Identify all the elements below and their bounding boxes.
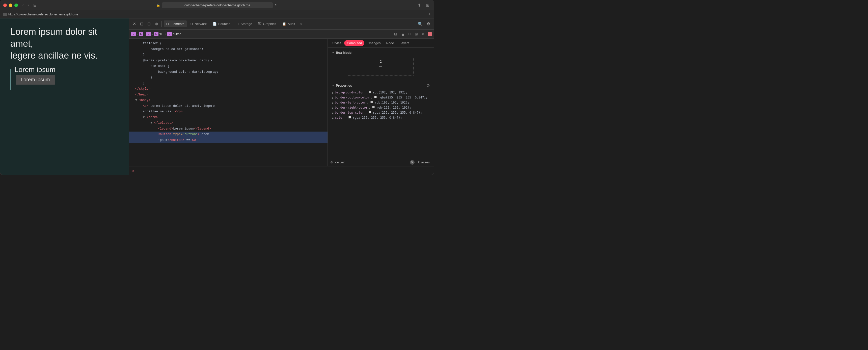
tab-node[interactable]: Node bbox=[383, 40, 396, 46]
color-swatch-border-right[interactable] bbox=[372, 106, 375, 108]
box-model-header[interactable]: ▼ Box Model bbox=[332, 51, 430, 55]
grid-layout-button[interactable]: ⊟ bbox=[393, 32, 398, 37]
audit-icon: 📋 bbox=[282, 22, 286, 26]
breadcrumb-tools: ⊟ 🖨 □ ⊞ ✏ bbox=[393, 32, 432, 37]
filter-clear-button[interactable]: ✕ bbox=[410, 160, 414, 165]
prop-border-bottom-color: ▶ border-bottom-color : rgba(255, 255, 2… bbox=[332, 95, 430, 100]
fieldset-preview: Lorem ipsum Lorem ipsum bbox=[10, 69, 116, 90]
code-panel[interactable]: fieldset { background-color: gainsboro; … bbox=[129, 39, 328, 166]
code-line: </style> bbox=[129, 86, 328, 92]
close-button[interactable] bbox=[3, 3, 7, 7]
code-line: ▼ <form> bbox=[129, 115, 328, 120]
box-model-arrow: ▼ bbox=[332, 51, 334, 54]
webpage-heading: Lorem ipsum dolor sit amet,legere ancill… bbox=[10, 26, 119, 61]
minimize-button[interactable] bbox=[9, 3, 12, 7]
devtools-body: fieldset { background-color: gainsboro; … bbox=[129, 39, 434, 166]
traffic-lights bbox=[3, 3, 18, 7]
breadcrumb-e2[interactable]: E bbox=[139, 32, 143, 36]
back-button[interactable]: ‹ bbox=[21, 2, 25, 8]
color-swatch-background[interactable] bbox=[369, 91, 371, 93]
tab-elements-label: Elements bbox=[170, 22, 184, 26]
classes-button[interactable]: Classes bbox=[416, 160, 431, 165]
prop-name-border-left[interactable]: border-left-color bbox=[335, 101, 366, 104]
tab-title: https://color-scheme-prefers-color-schem… bbox=[8, 12, 78, 16]
prop-name-border-bottom[interactable]: border-bottom-color bbox=[335, 96, 369, 99]
code-line: } bbox=[129, 52, 328, 58]
tab-network[interactable]: ⊙ Network bbox=[188, 21, 209, 27]
color-swatch-border-top[interactable] bbox=[369, 111, 371, 113]
prop-value-border-right: rgb(192, 192, 192); bbox=[376, 106, 411, 109]
more-tabs-button[interactable]: » bbox=[299, 21, 304, 27]
prop-color: ▶ color : rgba(255, 255, 255, 0.847); bbox=[332, 115, 430, 120]
tab-storage[interactable]: ⊟ Storage bbox=[234, 21, 255, 27]
console-bar: > bbox=[129, 166, 434, 175]
webpage-preview: Lorem ipsum dolor sit amet,legere ancill… bbox=[0, 19, 129, 175]
code-line: ancillae ne vis. </p> bbox=[129, 109, 328, 115]
inspect-button[interactable]: ⊕ bbox=[153, 21, 159, 27]
grid4-button[interactable]: ⊞ bbox=[413, 32, 419, 37]
properties-options-button[interactable]: ⊙ bbox=[427, 83, 430, 88]
console-input[interactable] bbox=[136, 169, 431, 173]
code-line: @media (prefers-color-scheme: dark) { bbox=[129, 58, 328, 64]
breadcrumb-e4[interactable]: E bbox=[167, 32, 172, 36]
search-button[interactable]: 🔍 bbox=[416, 21, 424, 27]
prop-name-border-top[interactable]: border-top-color bbox=[335, 111, 364, 114]
breadcrumb-fil[interactable]: E bbox=[154, 32, 158, 36]
box-button[interactable]: □ bbox=[407, 32, 412, 37]
new-tab-button[interactable]: ⊞ bbox=[425, 2, 431, 8]
tab-computed[interactable]: Computed bbox=[344, 40, 364, 46]
filter-input[interactable] bbox=[335, 161, 408, 164]
maximize-button[interactable] bbox=[14, 3, 18, 7]
prop-name-border-right[interactable]: border-right-color bbox=[335, 106, 368, 109]
prop-border-left-color: ▶ border-left-color : rgb(192, 192, 192)… bbox=[332, 100, 430, 105]
toolbar-divider bbox=[161, 21, 162, 27]
tab-audit[interactable]: 📋 Audit bbox=[280, 21, 298, 27]
tab-sources-label: Sources bbox=[218, 22, 230, 26]
record-button[interactable] bbox=[428, 32, 432, 36]
share-button[interactable]: ⬆ bbox=[416, 2, 423, 8]
box-model-dash: — bbox=[379, 65, 382, 68]
box-model-title: Box Model bbox=[336, 51, 352, 55]
box-model-visual: 2 — bbox=[332, 57, 430, 77]
tab-graphics[interactable]: 🖼 Graphics bbox=[256, 21, 279, 27]
breadcrumb-e1[interactable]: E bbox=[131, 32, 136, 36]
breadcrumb-e3[interactable]: E bbox=[146, 32, 151, 36]
pen-button[interactable]: ✏ bbox=[421, 32, 426, 37]
tab-favicon bbox=[3, 12, 7, 16]
dock-side-button[interactable]: ⊡ bbox=[146, 21, 152, 27]
code-line: <legend>Lorem ipsum</legend> bbox=[129, 126, 328, 132]
close-devtools-button[interactable]: ✕ bbox=[131, 21, 137, 27]
code-line-selected2[interactable]: ipsum</button> == $0 bbox=[129, 137, 328, 143]
tab-network-label: Network bbox=[194, 22, 207, 26]
tab-changes[interactable]: Changes bbox=[365, 40, 383, 46]
prop-name-color[interactable]: color bbox=[335, 116, 344, 119]
settings-button[interactable]: ⚙ bbox=[425, 21, 432, 27]
properties-arrow: ▼ bbox=[332, 84, 334, 87]
storage-icon: ⊟ bbox=[237, 22, 239, 26]
prop-name-background-color[interactable]: background-color bbox=[335, 91, 364, 94]
sidebar-toggle-button[interactable]: ⊟ bbox=[32, 2, 38, 8]
reload-button[interactable]: ↻ bbox=[275, 3, 278, 7]
url-input[interactable]: color-scheme-prefers-color-scheme.glitch… bbox=[162, 2, 273, 8]
right-panel: Styles Computed Changes Node Layers ▼ Bo… bbox=[328, 39, 434, 166]
fieldset-button[interactable]: Lorem ipsum bbox=[16, 75, 55, 85]
color-swatch-border-bottom[interactable] bbox=[374, 96, 377, 98]
color-swatch-color[interactable] bbox=[348, 116, 351, 118]
properties-header[interactable]: ▼ Properties ⊙ bbox=[332, 83, 430, 88]
box-model-number: 2 bbox=[380, 60, 381, 63]
dock-bottom-button[interactable]: ⊟ bbox=[138, 21, 145, 27]
tab-layers[interactable]: Layers bbox=[397, 40, 412, 46]
breadcrumb-button-label: button bbox=[173, 32, 181, 36]
tab-styles[interactable]: Styles bbox=[330, 40, 344, 46]
code-line-selected[interactable]: <button type="button">Lorem bbox=[129, 132, 328, 137]
tab-sources[interactable]: 📄 Sources bbox=[210, 21, 233, 27]
new-tab-icon[interactable]: + bbox=[428, 11, 431, 17]
prop-value-border-top: rgba(255, 255, 255, 0.847); bbox=[373, 111, 422, 114]
titlebar-actions: ⬆ ⊞ bbox=[416, 2, 431, 8]
elements-icon: ⊡ bbox=[166, 22, 169, 26]
print-button[interactable]: 🖨 bbox=[400, 32, 406, 37]
tab-elements[interactable]: ⊡ Elements bbox=[164, 21, 187, 27]
properties-section: ▼ Properties ⊙ ▶ background-color : rgb(… bbox=[328, 80, 434, 158]
color-swatch-border-left[interactable] bbox=[370, 101, 373, 103]
forward-button[interactable]: › bbox=[26, 2, 31, 8]
